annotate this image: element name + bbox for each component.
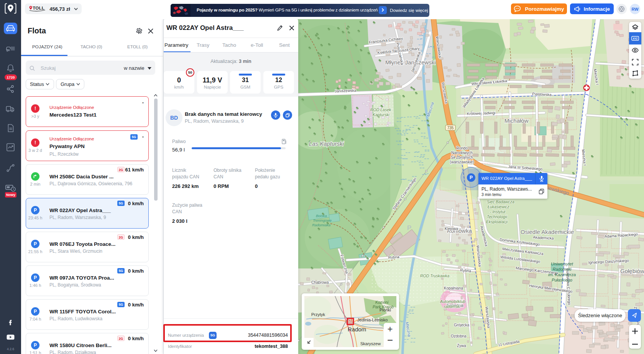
- svg-text:Sił Zbrojnych: Sił Zbrojnych: [451, 155, 473, 160]
- svg-text:Uniwersytet: Uniwersytet: [551, 262, 573, 266]
- svg-text:P: P: [407, 224, 411, 232]
- svg-text:735: 735: [447, 126, 454, 130]
- svg-text:Radomski: Radomski: [553, 267, 572, 272]
- svg-text:Michałów: Michałów: [504, 117, 529, 124]
- svg-text:Sieć Badawcza: Sieć Badawcza: [487, 199, 514, 204]
- svg-text:Janiszewska: Janiszewska: [335, 88, 356, 93]
- svg-text:Boiska: Boiska: [316, 214, 327, 218]
- svg-text:Rondo: Rondo: [456, 146, 468, 150]
- svg-text:Kapturski: Kapturski: [373, 112, 389, 117]
- svg-text:Kozieni: Kozieni: [375, 300, 389, 305]
- svg-text:Młynek Janiszewski: Młynek Janiszewski: [385, 59, 436, 66]
- svg-text:TOLL: TOLL: [33, 5, 44, 10]
- svg-text:Grójecka: Grójecka: [454, 323, 469, 327]
- svg-text:Osiedle Akademickie: Osiedle Akademickie: [521, 229, 574, 235]
- svg-text:Łukasiewicz: Łukasiewicz: [488, 204, 509, 209]
- svg-text:(warszawskie): (warszawskie): [450, 160, 474, 164]
- svg-text:Radomiaka: Radomiaka: [312, 223, 330, 227]
- svg-text:Rybna: Rybna: [460, 268, 472, 273]
- svg-text:Ozdobna: Ozdobna: [451, 334, 467, 338]
- svg-text:Automobilklub: Automobilklub: [440, 299, 465, 304]
- svg-text:Klejowa: Klejowa: [445, 227, 458, 231]
- svg-text:Narodowych: Narodowych: [451, 151, 473, 155]
- svg-text:Radom: Radom: [348, 326, 366, 333]
- svg-text:Treningowe: Treningowe: [313, 218, 332, 222]
- svg-text:- Instytut: - Instytut: [490, 209, 506, 214]
- svg-text:im. Kazimierza: im. Kazimierza: [548, 272, 576, 277]
- svg-text:ROD Lasek: ROD Lasek: [370, 107, 391, 112]
- svg-text:Pułaskiego: Pułaskiego: [552, 278, 572, 282]
- svg-text:ROD Truskawka: ROD Truskawka: [420, 273, 449, 278]
- svg-text:Żywa: Żywa: [457, 343, 466, 348]
- svg-text:Gołębiów: Gołębiów: [620, 268, 644, 274]
- svg-text:Las Kapturski: Las Kapturski: [309, 140, 344, 147]
- svg-text:XYZ: XYZ: [633, 37, 638, 40]
- svg-text:radomski: radomski: [444, 304, 460, 309]
- svg-text:Eksploatacji: Eksploatacji: [486, 219, 508, 224]
- svg-text:Kopalniana: Kopalniana: [444, 286, 463, 290]
- svg-text:Chabrowa: Chabrowa: [311, 280, 329, 285]
- svg-text:Park Krajob: Park Krajob: [373, 305, 394, 309]
- svg-text:Skaryszew: Skaryszew: [360, 341, 381, 346]
- svg-text:Technologii: Technologii: [487, 214, 507, 219]
- svg-text:Rybna: Rybna: [388, 255, 399, 260]
- svg-text:Jedlnia-Letnisko: Jedlnia-Letnisko: [357, 318, 388, 322]
- svg-text:Przytyk: Przytyk: [311, 312, 325, 317]
